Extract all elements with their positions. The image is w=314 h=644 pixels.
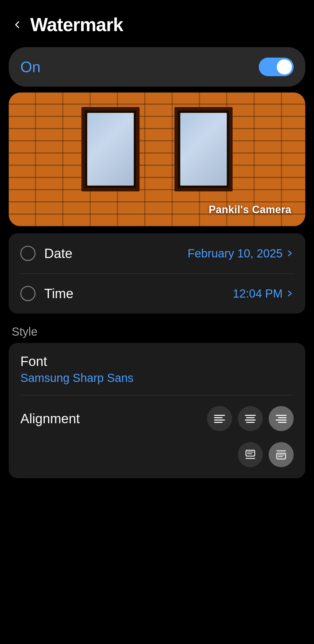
svg-rect-12 [246, 450, 255, 456]
alignment-row: Alignment [9, 395, 305, 442]
window-glass-left [87, 113, 134, 186]
date-radio[interactable] [20, 246, 35, 261]
back-button[interactable] [12, 19, 23, 31]
date-time-section: Date February 10, 2025 Time 12:04 PM [9, 233, 305, 314]
time-label: Time [44, 286, 224, 301]
time-chevron-icon [286, 289, 294, 298]
page-title: Watermark [30, 14, 123, 35]
time-radio[interactable] [20, 286, 35, 301]
brick-wall-bg: Pankil's Camera [9, 92, 305, 226]
window-left [81, 107, 140, 191]
position-bottom-button[interactable] [269, 442, 294, 467]
date-value[interactable]: February 10, 2025 [188, 247, 294, 260]
position-top-button[interactable] [238, 442, 263, 467]
font-label: Font [20, 353, 294, 369]
watermark-toggle-row: On [9, 47, 305, 87]
windows-container [9, 107, 305, 191]
watermark-toggle[interactable] [259, 58, 294, 76]
time-row[interactable]: Time 12:04 PM [9, 273, 305, 314]
header: Watermark [0, 0, 314, 44]
align-right-button[interactable] [269, 406, 294, 431]
style-section-label: Style [0, 314, 314, 343]
window-right [174, 107, 233, 191]
alignment-label: Alignment [20, 411, 201, 426]
align-left-button[interactable] [207, 406, 232, 431]
date-row[interactable]: Date February 10, 2025 [9, 233, 305, 273]
position-row [9, 442, 305, 478]
window-glass-right [180, 113, 227, 186]
font-value: Samsung Sharp Sans [20, 371, 294, 385]
svg-rect-16 [277, 453, 286, 459]
date-label: Date [44, 245, 179, 261]
preview-image: Pankil's Camera [9, 92, 305, 226]
date-chevron-icon [286, 249, 294, 257]
time-value[interactable]: 12:04 PM [233, 287, 294, 300]
align-center-button[interactable] [238, 406, 263, 431]
toggle-label: On [20, 58, 40, 76]
style-section: Font Samsung Sharp Sans Alignment [9, 343, 305, 478]
font-row[interactable]: Font Samsung Sharp Sans [9, 343, 305, 395]
watermark-overlay-text: Pankil's Camera [209, 204, 291, 216]
